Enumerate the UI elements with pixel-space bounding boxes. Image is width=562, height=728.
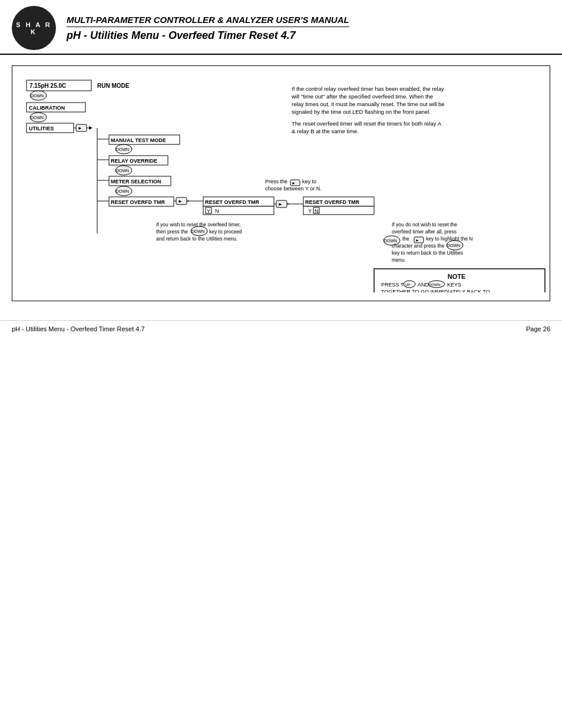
svg-text:& relay B at the same time.: & relay B at the same time. bbox=[292, 128, 359, 134]
svg-text:7.15pH  25.0C: 7.15pH 25.0C bbox=[29, 83, 66, 89]
svg-text:menu.: menu. bbox=[392, 257, 406, 263]
svg-text:RESET OVERFD TMR: RESET OVERFD TMR bbox=[111, 199, 166, 205]
svg-text:►: ► bbox=[278, 202, 283, 207]
svg-text:DOWN: DOWN bbox=[31, 94, 44, 98]
svg-text:overfeed timer after all, pres: overfeed timer after all, press bbox=[392, 229, 457, 235]
diagram-svg: 7.15pH 25.0C RUN MODE DOWN CALIBRATION D… bbox=[21, 74, 551, 292]
svg-text:TOGETHER TO GO IMMEDIATELY BAC: TOGETHER TO GO IMMEDIATELY BACK TO bbox=[381, 289, 490, 292]
svg-text:character and press the: character and press the bbox=[392, 243, 445, 249]
svg-text:DOWN: DOWN bbox=[116, 147, 129, 151]
svg-text:UTILITIES: UTILITIES bbox=[29, 126, 54, 131]
svg-text:DOWN: DOWN bbox=[429, 283, 440, 286]
svg-text:DOWN: DOWN bbox=[447, 243, 460, 248]
svg-text:Y: Y bbox=[207, 208, 210, 214]
svg-text:If you do not wish to reset th: If you do not wish to reset the bbox=[392, 222, 457, 228]
shark-logo: S H A R K bbox=[12, 6, 56, 50]
main-title: MULTI-PARAMETER CONTROLLER & ANALYZER US… bbox=[67, 15, 349, 27]
svg-text:►: ► bbox=[78, 126, 82, 131]
svg-text:DOWN: DOWN bbox=[31, 116, 44, 120]
svg-rect-40 bbox=[203, 206, 274, 215]
svg-text:DOWN: DOWN bbox=[191, 229, 204, 233]
svg-text:RESET OVERFD TMR: RESET OVERFD TMR bbox=[205, 199, 260, 205]
svg-text:KEYS: KEYS bbox=[447, 282, 461, 288]
svg-text:key to: key to bbox=[302, 179, 316, 185]
header-titles: MULTI-PARAMETER CONTROLLER & ANALYZER US… bbox=[67, 15, 349, 42]
svg-text:N: N bbox=[315, 208, 319, 214]
svg-text:key to return back to the Util: key to return back to the Utilities bbox=[392, 250, 463, 256]
svg-text:key to highlight the N: key to highlight the N bbox=[426, 236, 472, 242]
svg-marker-12 bbox=[89, 126, 92, 130]
diagram-box: 7.15pH 25.0C RUN MODE DOWN CALIBRATION D… bbox=[12, 65, 550, 301]
svg-text:RESET OVERFD TMR: RESET OVERFD TMR bbox=[305, 199, 360, 205]
page-footer: pH - Utilities Menu - Overfeed Timer Res… bbox=[0, 320, 562, 337]
svg-text:DOWN: DOWN bbox=[384, 239, 397, 243]
svg-text:then press the: then press the bbox=[156, 229, 188, 235]
svg-text:METER SELECTION: METER SELECTION bbox=[111, 179, 161, 185]
svg-text:the: the bbox=[402, 236, 409, 242]
svg-text:If the control relay overfeed : If the control relay overfeed timer has … bbox=[292, 85, 444, 92]
footer-right: Page 26 bbox=[526, 325, 550, 332]
svg-text:►: ► bbox=[178, 199, 183, 204]
svg-text:Y: Y bbox=[308, 208, 312, 214]
svg-text:will "time out" after the spec: will "time out" after the specified over… bbox=[291, 93, 433, 100]
svg-text:►: ► bbox=[292, 181, 296, 185]
sub-title: pH - Utilities Menu - Overfeed Timer Res… bbox=[67, 29, 349, 42]
svg-text:►: ► bbox=[415, 238, 419, 242]
svg-text:relay times out, it must be ma: relay times out, it must be manually res… bbox=[292, 101, 445, 107]
footer-left: pH - Utilities Menu - Overfeed Timer Res… bbox=[12, 325, 145, 332]
svg-text:AND: AND bbox=[418, 282, 429, 288]
logo-text: S H A R K bbox=[12, 21, 56, 35]
svg-text:CALIBRATION: CALIBRATION bbox=[29, 105, 65, 111]
svg-text:N: N bbox=[215, 208, 219, 214]
page-header: S H A R K MULTI-PARAMETER CONTROLLER & A… bbox=[0, 0, 562, 55]
svg-text:Press the: Press the bbox=[265, 179, 287, 185]
svg-text:RELAY OVERRIDE: RELAY OVERRIDE bbox=[111, 158, 157, 164]
svg-text:choose between Y or N.: choose between Y or N. bbox=[265, 186, 322, 192]
svg-text:RUN MODE: RUN MODE bbox=[97, 83, 130, 89]
svg-text:key to  proceed: key to proceed bbox=[209, 229, 242, 235]
main-content: 7.15pH 25.0C RUN MODE DOWN CALIBRATION D… bbox=[0, 55, 562, 314]
svg-text:UP: UP bbox=[405, 283, 410, 286]
svg-text:and return back to the Utiliti: and return back to the Utilities menu. bbox=[156, 236, 237, 242]
svg-text:The reset overfeed timer will : The reset overfeed timer will reset the … bbox=[292, 120, 442, 127]
svg-text:DOWN: DOWN bbox=[116, 189, 129, 193]
svg-text:MANUAL TEST MODE: MANUAL TEST MODE bbox=[111, 137, 166, 143]
svg-text:NOTE: NOTE bbox=[448, 273, 466, 280]
svg-text:signaled by the time out LED f: signaled by the time out LED flashing on… bbox=[292, 108, 431, 115]
svg-text:DOWN: DOWN bbox=[116, 169, 129, 173]
